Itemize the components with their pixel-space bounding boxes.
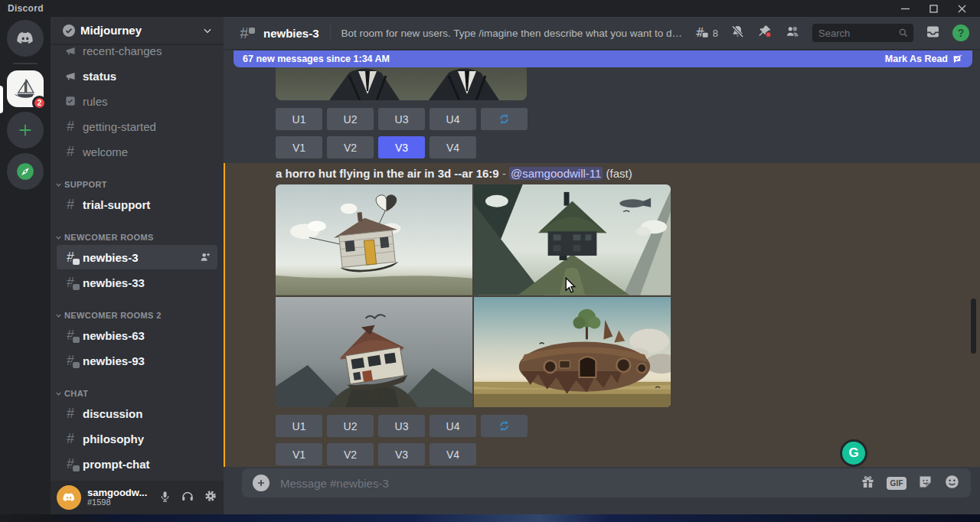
threads-button[interactable]: # 8 xyxy=(694,24,718,41)
member-list-icon[interactable] xyxy=(784,23,801,43)
u3-button[interactable]: U3 xyxy=(378,108,425,130)
channel-philosophy[interactable]: # philosophy xyxy=(57,426,217,451)
pinned-messages-icon[interactable] xyxy=(757,24,773,42)
rules-icon xyxy=(63,93,78,109)
u1-button[interactable]: U1 xyxy=(276,415,322,437)
emoji-picker-icon[interactable] xyxy=(944,474,960,493)
generated-image-previous[interactable] xyxy=(276,65,527,100)
selected-server-indicator xyxy=(0,86,3,113)
generated-image-1[interactable] xyxy=(276,184,472,295)
microphone-icon[interactable] xyxy=(158,490,172,506)
channel-topic[interactable]: Bot room for new users. Type /imagine th… xyxy=(341,28,684,39)
section-label: CHAT xyxy=(64,389,88,398)
section-newcomer-rooms[interactable]: NEWCOMER ROOMS xyxy=(51,230,224,244)
new-messages-text: 67 new messages since 1:34 AM xyxy=(243,54,390,64)
channel-getting-started[interactable]: # getting-started xyxy=(57,114,217,139)
server-rail: 2 xyxy=(0,17,51,514)
compass-icon xyxy=(15,161,35,181)
settings-gear-icon[interactable] xyxy=(204,489,217,506)
hash-icon: # xyxy=(63,197,78,212)
v3-button-active[interactable]: V3 xyxy=(378,136,425,158)
generated-image-grid[interactable] xyxy=(276,184,671,407)
u1-button[interactable]: U1 xyxy=(276,108,322,130)
u2-button[interactable]: U2 xyxy=(327,415,374,437)
chat-header: # newbies-3 Bot room for new users. Type… xyxy=(224,17,980,49)
notifications-muted-icon[interactable] xyxy=(730,24,746,43)
variation-row-msg1: V1 V2 V3 V4 xyxy=(276,136,476,158)
reroll-button[interactable] xyxy=(481,415,528,437)
hash-bubble-icon: # xyxy=(63,328,78,343)
v2-button[interactable]: V2 xyxy=(327,443,374,465)
search-input[interactable] xyxy=(818,28,898,39)
channel-label: trial-support xyxy=(83,198,150,211)
server-icon-midjourney[interactable]: 2 xyxy=(7,70,44,107)
reroll-button[interactable] xyxy=(481,108,528,130)
search-icon xyxy=(898,28,909,38)
help-icon[interactable]: ? xyxy=(952,24,969,41)
channel-newbies-63[interactable]: # newbies-63 xyxy=(57,323,217,347)
channel-newbies-3[interactable]: # newbies-3 xyxy=(57,245,217,269)
message-composer: GIF xyxy=(242,468,971,498)
section-newcomer-rooms-2[interactable]: NEWCOMER ROOMS 2 xyxy=(51,308,224,322)
user-mention[interactable]: @samgoodwill-11 xyxy=(509,167,603,180)
search-box[interactable] xyxy=(812,24,913,42)
chat-scrollbar-thumb[interactable] xyxy=(971,299,976,354)
gift-icon[interactable] xyxy=(860,474,876,493)
u4-button[interactable]: U4 xyxy=(430,415,476,437)
v2-button[interactable]: V2 xyxy=(327,136,374,158)
message-input[interactable] xyxy=(280,477,860,490)
channel-list: recent-changes status rules # getting-st… xyxy=(51,45,224,481)
channel-label: status xyxy=(83,70,116,83)
generated-image-3[interactable] xyxy=(276,297,472,408)
announcement-icon xyxy=(63,68,78,83)
channel-newbies-33[interactable]: # newbies-33 xyxy=(57,270,217,295)
generated-image-4[interactable] xyxy=(474,297,671,408)
section-label: SUPPORT xyxy=(64,180,107,189)
mark-as-read-button[interactable]: Mark As Read xyxy=(885,54,963,65)
u4-button[interactable]: U4 xyxy=(430,108,476,130)
sticker-icon[interactable] xyxy=(917,474,933,493)
server-header[interactable]: Midjourney xyxy=(51,17,224,44)
discord-home-button[interactable] xyxy=(7,20,44,57)
u3-button[interactable]: U3 xyxy=(378,415,425,437)
gif-picker-button[interactable]: GIF xyxy=(887,477,906,490)
new-messages-banner[interactable]: 67 new messages since 1:34 AM Mark As Re… xyxy=(234,51,972,67)
explore-servers-button[interactable] xyxy=(7,153,44,190)
threads-hash-icon: # xyxy=(694,24,710,41)
section-support[interactable]: SUPPORT xyxy=(51,178,224,191)
v4-button[interactable]: V4 xyxy=(430,136,476,158)
announcement-icon xyxy=(63,45,78,58)
minimize-icon[interactable] xyxy=(901,5,910,13)
v3-button[interactable]: V3 xyxy=(378,443,425,465)
v1-button[interactable]: V1 xyxy=(276,136,322,158)
user-info[interactable]: samgoodw... #1598 xyxy=(87,488,147,507)
taskbar-strip xyxy=(0,514,980,522)
add-server-button[interactable] xyxy=(7,112,44,148)
v1-button[interactable]: V1 xyxy=(276,443,322,465)
section-chat[interactable]: CHAT xyxy=(51,387,224,400)
headphones-icon[interactable] xyxy=(181,489,194,506)
user-avatar[interactable] xyxy=(57,485,81,510)
rail-divider xyxy=(13,63,38,64)
upscale-row-msg2: U1 U2 U3 U4 xyxy=(276,415,528,437)
plus-icon xyxy=(256,478,266,488)
channel-recent-changes[interactable]: recent-changes xyxy=(57,45,217,63)
create-invite-icon[interactable] xyxy=(199,251,211,263)
v4-button[interactable]: V4 xyxy=(430,443,476,465)
maximize-icon[interactable] xyxy=(929,5,938,13)
channel-prompt-chat[interactable]: # prompt-chat xyxy=(57,452,217,476)
channel-status[interactable]: status xyxy=(57,64,217,88)
u2-button[interactable]: U2 xyxy=(327,108,374,130)
chat-area: # newbies-3 Bot room for new users. Type… xyxy=(224,17,980,514)
inbox-icon[interactable] xyxy=(925,24,941,43)
channel-rules[interactable]: rules xyxy=(57,89,217,113)
channel-label: welcome xyxy=(83,145,128,158)
channel-welcome[interactable]: # welcome xyxy=(57,139,217,164)
channel-trial-support[interactable]: # trial-support xyxy=(57,192,217,217)
grammarly-widget[interactable]: G xyxy=(840,439,867,467)
mark-as-read-label: Mark As Read xyxy=(885,54,948,64)
close-icon[interactable] xyxy=(958,5,966,13)
attach-file-button[interactable] xyxy=(253,475,270,491)
channel-newbies-93[interactable]: # newbies-93 xyxy=(57,348,217,373)
channel-discussion[interactable]: # discussion xyxy=(57,401,217,426)
